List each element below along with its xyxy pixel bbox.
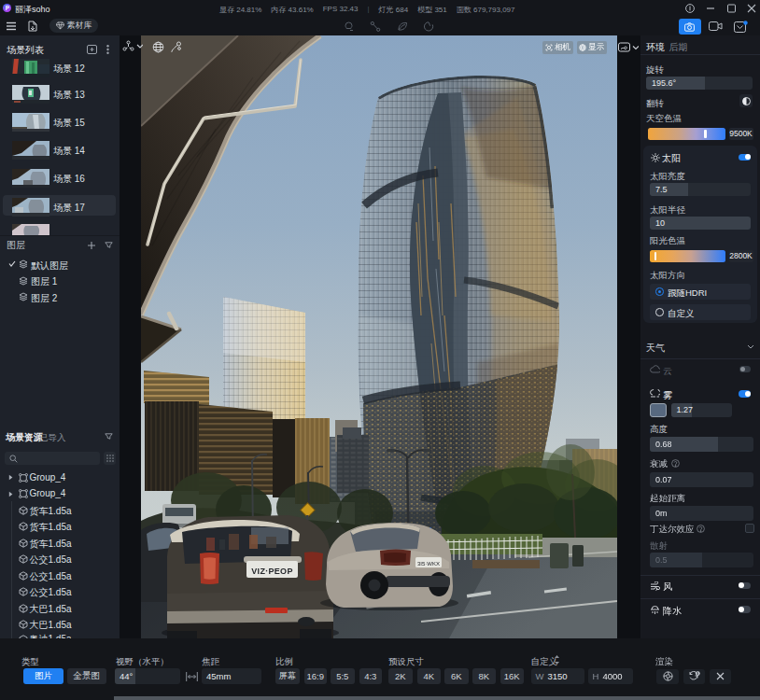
svg-text:VIZ·PEOP: VIZ·PEOP <box>251 567 292 576</box>
svg-text:3I5·WKX: 3I5·WKX <box>417 561 440 567</box>
svg-text:9: 9 <box>697 672 698 676</box>
